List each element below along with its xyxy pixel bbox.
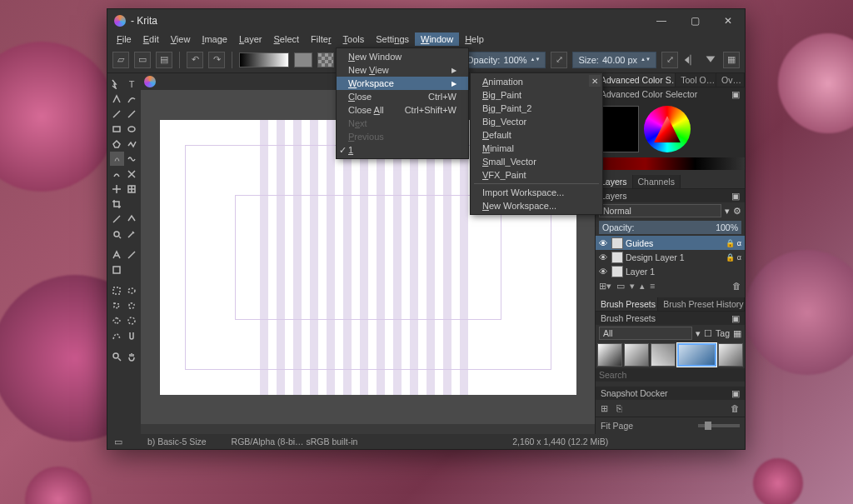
menu-close-all[interactable]: Close AllCtrl+Shift+W <box>337 103 468 117</box>
menu-doc-1[interactable]: ✓1 <box>337 143 468 157</box>
workspace-animation[interactable]: Animation <box>471 75 602 88</box>
lock-icon[interactable]: 🔒 α <box>726 239 741 247</box>
layer-row-guides[interactable]: 👁 Guides 🔒 α <box>596 236 745 250</box>
brush-preset[interactable] <box>597 343 622 367</box>
tool-editshape[interactable] <box>110 92 124 106</box>
menu-window[interactable]: Window <box>415 32 459 46</box>
panel-menu-icon[interactable]: ▣ <box>731 313 740 323</box>
preset-search-input[interactable] <box>596 368 745 382</box>
brush-preset-selected[interactable] <box>677 343 716 367</box>
panel-menu-icon[interactable]: ▣ <box>731 89 740 99</box>
menu-select[interactable]: Select <box>268 32 306 46</box>
tool-reference[interactable] <box>110 262 124 277</box>
doc-tab-icon[interactable] <box>144 76 156 87</box>
pattern-picker[interactable] <box>317 52 334 67</box>
tool-polysel[interactable] <box>110 298 124 312</box>
tool-colorpick[interactable] <box>125 227 139 241</box>
camera-icon[interactable]: ⎘ <box>616 403 622 413</box>
add-snapshot-button[interactable]: ⊞ <box>601 403 608 413</box>
layer-opacity-control[interactable]: Opacity: 100% <box>599 221 741 234</box>
color-wheel[interactable] <box>644 106 691 152</box>
tool-contig[interactable] <box>110 313 124 327</box>
tool-freehand-path[interactable] <box>125 152 139 166</box>
tool-transform[interactable] <box>110 77 124 91</box>
tool-similar[interactable] <box>110 227 124 241</box>
wrap-button[interactable]: ▦ <box>723 52 740 68</box>
color-history[interactable] <box>596 157 745 170</box>
zoom-slider[interactable] <box>698 424 740 427</box>
tab-channels[interactable]: Channels <box>633 175 681 188</box>
panel-menu-icon[interactable]: ▣ <box>731 191 740 201</box>
eye-icon[interactable]: 👁 <box>599 238 609 248</box>
save-doc-button[interactable]: ▤ <box>156 52 172 68</box>
tool-colorsel[interactable] <box>125 313 139 327</box>
dup-layer-button[interactable]: ▭ <box>616 281 625 291</box>
workspace-bigpaint[interactable]: Big_Paint <box>471 88 602 102</box>
tool-bezier[interactable] <box>110 152 124 166</box>
tab-brush-history[interactable]: Brush Preset History <box>658 297 745 311</box>
workspace-minimal[interactable]: Minimal <box>471 142 602 155</box>
menu-close[interactable]: CloseCtrl+W <box>337 90 468 103</box>
menu-workspace[interactable]: Workspace▶ <box>337 77 468 90</box>
tool-polyline[interactable] <box>125 137 139 151</box>
maximize-button[interactable]: ▢ <box>678 9 711 32</box>
tool-move[interactable] <box>110 182 124 196</box>
tool-calligraphy[interactable] <box>125 92 139 106</box>
menu-filter[interactable]: Filter <box>305 32 337 46</box>
trash-icon[interactable]: 🗑 <box>731 403 740 413</box>
menu-image[interactable]: Image <box>196 32 233 46</box>
tool-polygon[interactable] <box>110 137 124 151</box>
panel-menu-icon[interactable]: ▣ <box>731 388 740 398</box>
tool-zoom[interactable] <box>110 349 124 363</box>
tool-text[interactable]: T <box>125 77 139 91</box>
menu-layer[interactable]: Layer <box>233 32 268 46</box>
workspace-smallvector[interactable]: Small_Vector <box>471 155 602 168</box>
tag-menu-icon[interactable]: ▦ <box>733 328 741 338</box>
close-button[interactable]: ✕ <box>711 9 745 32</box>
eye-icon[interactable]: 👁 <box>599 252 609 262</box>
layer-settings-icon[interactable]: ⚙ <box>733 206 741 216</box>
workspace-import[interactable]: Import Workspace... <box>471 186 602 199</box>
minimize-button[interactable]: — <box>645 9 678 32</box>
move-up-button[interactable]: ▴ <box>640 281 645 291</box>
menu-view[interactable]: View <box>165 32 197 46</box>
mirror-h-icon[interactable] <box>683 54 698 66</box>
delete-layer-button[interactable]: 🗑 <box>732 281 741 291</box>
size-link-icon[interactable]: ⤢ <box>661 52 678 68</box>
layer-props-button[interactable]: ≡ <box>650 281 655 291</box>
tool-measure[interactable] <box>125 247 139 262</box>
move-down-button[interactable]: ▾ <box>630 281 635 291</box>
menu-help[interactable]: Help <box>459 32 490 46</box>
redo-button[interactable]: ↷ <box>208 52 225 68</box>
menu-tools[interactable]: Tools <box>337 32 371 46</box>
opacity-link-icon[interactable]: ⤢ <box>551 52 567 68</box>
workspace-default[interactable]: Default <box>471 128 602 142</box>
size-control[interactable]: Size: 40.00 px ▲▼ <box>572 52 656 68</box>
tool-rectsel[interactable] <box>110 283 124 297</box>
menu-new-window[interactable]: New Window <box>337 50 468 63</box>
color-square[interactable] <box>599 106 639 152</box>
new-doc-button[interactable]: ▱ <box>112 52 129 68</box>
mirror-v-icon[interactable] <box>703 54 718 66</box>
tab-brush-presets[interactable]: Brush Presets <box>596 297 658 311</box>
tool-dynamic[interactable] <box>110 167 124 181</box>
tool-line[interactable] <box>125 107 139 121</box>
workspace-bigpaint2[interactable]: Big_Paint_2 <box>471 102 602 115</box>
tab-tool-options[interactable]: Tool O… <box>676 73 716 87</box>
tool-freesel[interactable] <box>125 298 139 312</box>
fit-page-label[interactable]: Fit Page <box>601 421 633 431</box>
eye-icon[interactable]: 👁 <box>599 267 609 277</box>
brush-preset[interactable] <box>718 343 743 367</box>
tool-crop[interactable] <box>110 197 124 211</box>
menu-settings[interactable]: Settings <box>370 32 415 46</box>
tool-freehand[interactable] <box>110 212 124 226</box>
tool-ellsel[interactable] <box>125 283 139 297</box>
tab-advanced-color[interactable]: Advanced Color S… <box>596 73 676 87</box>
workspace-vfxpaint[interactable]: VFX_Paint <box>471 168 602 182</box>
tab-overview[interactable]: Ov… <box>716 73 745 87</box>
brush-preset[interactable] <box>651 343 676 367</box>
menu-edit[interactable]: Edit <box>137 32 165 46</box>
filter-icon[interactable]: ▾ <box>725 206 730 216</box>
gradient-picker[interactable] <box>239 52 289 67</box>
undo-button[interactable]: ↶ <box>187 52 203 68</box>
